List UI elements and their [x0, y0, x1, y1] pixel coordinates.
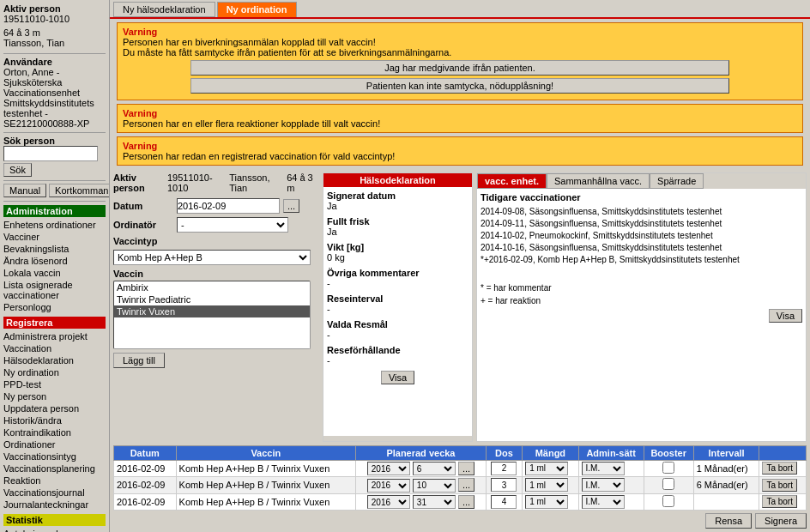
rensa-button[interactable]: Rensa — [705, 513, 752, 529]
vaccin-option-twinrix-paediatric[interactable]: Twinrix Paediatric — [114, 293, 310, 305]
sidebar-item-halsodeklaration[interactable]: Hälsodeklaration — [3, 354, 106, 366]
row3-date-picker[interactable]: ... — [458, 495, 475, 509]
row3-mangd: 1 ml — [523, 493, 578, 511]
sidebar-item-vaccinationsplanering[interactable]: Vaccinationsplanering — [3, 462, 106, 475]
signera-button[interactable]: Signera — [755, 513, 807, 529]
sidebar-item-ny-person[interactable]: Ny person — [3, 390, 106, 402]
row1-booster — [644, 460, 693, 477]
row1-ta-bort-button[interactable]: Ta bort — [762, 462, 797, 475]
sidebar-item-vaccinationsjournal[interactable]: Vaccinationsjournal — [3, 487, 106, 499]
row2-ta-bort-button[interactable]: Ta bort — [762, 479, 797, 492]
ordinatör-row: Ordinatör - — [113, 217, 319, 233]
row1-booster-checkbox[interactable] — [662, 462, 674, 474]
sidebar-item-ordinationer[interactable]: Ordinationer — [3, 438, 106, 450]
row3-planerad: 2016 31 ... — [356, 493, 487, 511]
row3-admin-select[interactable]: I.M. — [582, 495, 625, 509]
sidebar-item-andra-losenord[interactable]: Ändra lösenord — [3, 255, 106, 267]
row2-admin-select[interactable]: I.M. — [582, 478, 625, 492]
tab-ny-ordination[interactable]: Ny ordination — [217, 2, 297, 17]
row1-week-select[interactable]: 6 — [413, 462, 456, 475]
sidebar-item-ppd-test[interactable]: PPD-test — [3, 378, 106, 390]
row3-year-select[interactable]: 2016 — [367, 495, 410, 509]
lagg-till-button[interactable]: Lägg till — [113, 353, 165, 368]
search-input[interactable] — [3, 146, 98, 161]
tab-ny-halsodeklaration[interactable]: Ny hälsodeklaration — [113, 2, 215, 17]
sidebar-item-enhetens-ordinationer[interactable]: Enhetens ordinationer — [3, 219, 106, 231]
row2-vaccin: Komb Hep A+Hep B / Twinrix Vuxen — [176, 477, 356, 494]
search-button[interactable]: Sök — [3, 163, 32, 177]
admin-links: Enhetens ordinationer Vacciner Bevakning… — [3, 219, 106, 313]
datum-picker-button[interactable]: ... — [283, 199, 299, 213]
row3-mangd-select[interactable]: 1 ml — [525, 495, 568, 509]
sidebar-item-kontraindikation[interactable]: Kontraindikation — [3, 426, 106, 438]
sidebar-item-ny-ordination[interactable]: Ny ordination — [3, 366, 106, 378]
col-intervall: Intervall — [693, 445, 759, 460]
sidebar-item-lista-osignerade[interactable]: Lista osignerade vaccinationer — [3, 279, 106, 301]
user-section: Användare Orton, Anne - Sjuksköterska Va… — [3, 57, 106, 129]
content-area: Aktiv person 19511010-1010 Tiansson, Tia… — [110, 172, 810, 445]
sidebar-item-lokala-vaccin[interactable]: Lokala vaccin — [3, 267, 106, 279]
manual-button[interactable]: Manual — [3, 184, 46, 197]
row2-actions: Ta bort — [759, 477, 807, 494]
vaccin-option-ambirix[interactable]: Ambirix — [114, 281, 310, 293]
emergency-button[interactable]: Patienten kan inte samtycka, nödupplåsni… — [190, 78, 730, 94]
kortkommandon-button[interactable]: Kortkommandon — [49, 184, 110, 197]
consent-button[interactable]: Jag har medgivande ifrån patienten. — [190, 60, 730, 76]
vacc-content: Tidigare vaccinationer 2014-09-08, Säson… — [477, 189, 806, 441]
row1-mangd: 1 ml — [523, 460, 578, 477]
row3-dos-input[interactable] — [491, 495, 517, 509]
row1-admin-select[interactable]: I.M. — [582, 462, 625, 475]
vacc-footnote-1: * = har kommentar — [481, 283, 802, 293]
row1-intervall: 1 Månad(er) — [693, 460, 759, 477]
row1-year-select[interactable]: 2016 — [367, 462, 410, 475]
search-section: Sök person Sök — [3, 136, 106, 177]
row3-booster-checkbox[interactable] — [662, 495, 674, 507]
row2-date-picker[interactable]: ... — [458, 478, 475, 492]
unit-name: Smittskyddsinstitutets — [3, 98, 106, 108]
sidebar-item-vaccinationsintyg[interactable]: Vaccinationsintyg — [3, 450, 106, 462]
sidebar-item-administrera-projekt[interactable]: Administrera projekt — [3, 330, 106, 342]
row2-booster-checkbox[interactable] — [662, 478, 674, 490]
vacc-tab-sparrade[interactable]: Spärrade — [650, 173, 704, 189]
aktiv-person-label: Aktiv person — [113, 172, 164, 193]
user-label: Användare — [3, 57, 106, 67]
row2-intervall: 6 Månad(er) — [693, 477, 759, 494]
sidebar-item-reaktion[interactable]: Reaktion — [3, 475, 106, 487]
table-row: 2016-02-09 Komb Hep A+Hep B / Twinrix Vu… — [114, 477, 807, 494]
datum-input[interactable] — [177, 198, 280, 214]
row3-ta-bort-button[interactable]: Ta bort — [762, 495, 797, 508]
sidebar-item-antal-doser[interactable]: Antal givna doser vaccin — [3, 528, 106, 532]
sidebar-item-journalanteckningar[interactable]: Journalanteckningar — [3, 499, 106, 511]
warning-1-text: Personen har en biverkningsanmälan koppl… — [123, 37, 797, 57]
halso-visa-button[interactable]: Visa — [381, 371, 414, 384]
vacc-visa-button[interactable]: Visa — [769, 309, 802, 323]
registrera-links: Administrera projekt Vaccination Hälsode… — [3, 330, 106, 511]
vacc-tab-sammanhallna[interactable]: Sammanhållna vacc. — [547, 173, 650, 189]
row2-year-select[interactable]: 2016 — [367, 479, 410, 493]
sidebar-item-vaccination[interactable]: Vaccination — [3, 342, 106, 354]
vaccin-list[interactable]: Ambirix Twinrix Paediatric Twinrix Vuxen — [113, 281, 311, 349]
sidebar-item-vacciner[interactable]: Vacciner — [3, 231, 106, 243]
row1-date-picker[interactable]: ... — [458, 462, 475, 475]
sidebar-item-bevakningslista[interactable]: Bevakningslista — [3, 243, 106, 255]
row2-admin: I.M. — [578, 477, 644, 494]
search-label: Sök person — [3, 136, 106, 146]
halso-content: Signerat datum Ja Fullt frisk Ja Vikt [k… — [323, 187, 472, 436]
vaccintyp-select[interactable]: Komb Hep A+Hep B — [113, 250, 311, 265]
row3-vaccin: Komb Hep A+Hep B / Twinrix Vuxen — [176, 493, 356, 511]
row2-mangd-select[interactable]: 1 ml — [525, 478, 568, 492]
vacc-tab-enhet[interactable]: vacc. enhet. — [477, 173, 547, 189]
row3-week-select[interactable]: 31 — [413, 495, 456, 509]
vaccin-option-twinrix-vuxen[interactable]: Twinrix Vuxen — [114, 305, 310, 317]
sidebar-item-historik[interactable]: Historik/ändra — [3, 414, 106, 426]
sidebar-item-personlogg[interactable]: Personlogg — [3, 301, 106, 313]
warning-3: Varning Personen har redan en registrera… — [117, 136, 803, 166]
ordinatör-select[interactable]: - — [177, 217, 288, 233]
sidebar-item-uppdatera-person[interactable]: Uppdatera person — [3, 402, 106, 414]
row1-mangd-select[interactable]: 1 ml — [525, 462, 568, 475]
row1-dos-input[interactable] — [491, 462, 517, 475]
row2-week-select[interactable]: 10 — [413, 479, 456, 493]
row2-dos-input[interactable] — [491, 478, 517, 492]
vacc-entry-2: 2014-09-11, Säsongsinfluensa, Smittskydd… — [481, 218, 802, 230]
aktiv-person-name: Tiansson, Tian — [229, 172, 283, 193]
